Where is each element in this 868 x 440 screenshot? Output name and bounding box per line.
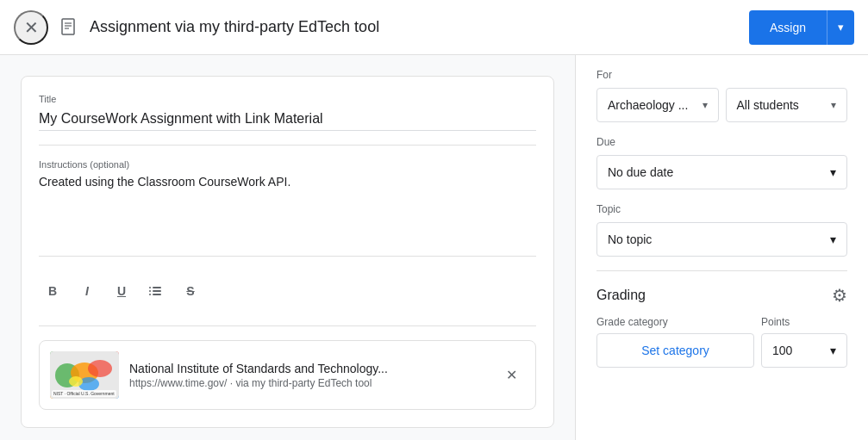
grade-category-col: Grade category Set category	[596, 316, 754, 368]
title-input[interactable]	[39, 108, 536, 131]
topic-value: No topic	[608, 232, 652, 246]
due-label: Due	[596, 136, 847, 148]
link-thumbnail: NIST · Official U.S. Government	[50, 351, 119, 399]
students-value: All students	[737, 98, 799, 112]
students-select[interactable]: All students ▾	[726, 88, 848, 122]
title-label: Title	[39, 94, 536, 104]
class-select[interactable]: Archaeology ... ▾	[596, 88, 719, 122]
grade-row: Grade category Set category Points 100 ▾	[596, 316, 847, 368]
svg-rect-4	[149, 287, 151, 288]
assign-button-group: Assign ▾	[749, 10, 854, 45]
close-button[interactable]: ✕	[14, 10, 48, 45]
link-title: National Institute of Standards and Tech…	[129, 362, 487, 375]
assign-dropdown-icon: ▾	[838, 21, 844, 34]
grading-divider	[596, 270, 847, 271]
svg-rect-6	[149, 290, 151, 292]
bold-button[interactable]: B	[39, 277, 66, 305]
main-content: Title Instructions (optional) Created us…	[0, 55, 868, 440]
svg-rect-8	[149, 294, 151, 295]
due-value: No due date	[608, 165, 673, 179]
title-section: Title	[39, 94, 536, 131]
grade-category-label: Grade category	[596, 316, 754, 328]
grading-header: Grading ⚙	[596, 285, 847, 306]
svg-rect-5	[153, 287, 161, 288]
title-divider	[39, 145, 536, 146]
assign-dropdown-button[interactable]: ▾	[827, 10, 854, 45]
right-panel: For Archaeology ... ▾ All students ▾ Due…	[575, 55, 868, 440]
grading-title: Grading	[596, 288, 646, 303]
points-chevron: ▾	[830, 344, 836, 357]
for-select-row: Archaeology ... ▾ All students ▾	[596, 88, 847, 122]
link-remove-button[interactable]: ✕	[497, 362, 525, 389]
strikethrough-button[interactable]: S	[177, 277, 204, 305]
students-chevron: ▾	[831, 99, 836, 111]
svg-rect-9	[153, 294, 161, 295]
link-info: National Institute of Standards and Tech…	[129, 362, 487, 389]
due-date-select[interactable]: No due date ▾	[596, 155, 847, 189]
set-category-button[interactable]: Set category	[596, 333, 754, 368]
svg-point-13	[88, 360, 112, 377]
link-card: NIST · Official U.S. Government National…	[39, 340, 536, 410]
page-title: Assignment via my third-party EdTech too…	[90, 18, 749, 36]
link-url: https://www.time.gov/ · via my third-par…	[129, 377, 487, 389]
svg-point-15	[69, 376, 83, 387]
class-value: Archaeology ...	[608, 98, 688, 112]
topbar: ✕ Assignment via my third-party EdTech t…	[0, 0, 868, 55]
underline-button[interactable]: U	[108, 277, 135, 305]
doc-icon	[55, 14, 83, 41]
list-button[interactable]	[142, 277, 170, 305]
points-col: Points 100 ▾	[761, 316, 847, 368]
italic-button[interactable]: I	[73, 277, 101, 305]
left-panel: Title Instructions (optional) Created us…	[0, 55, 575, 440]
close-icon: ✕	[24, 17, 39, 38]
topic-chevron: ▾	[830, 232, 836, 246]
for-label: For	[596, 69, 847, 81]
points-value: 100	[772, 344, 792, 357]
instructions-label: Instructions (optional)	[39, 159, 536, 170]
link-divider	[39, 325, 536, 326]
due-chevron: ▾	[830, 165, 836, 179]
instructions-text[interactable]: Created using the Classroom CourseWork A…	[39, 173, 536, 242]
points-select[interactable]: 100 ▾	[761, 333, 847, 368]
topic-label: Topic	[596, 203, 847, 215]
class-chevron: ▾	[703, 99, 708, 111]
gear-icon[interactable]: ⚙	[832, 285, 847, 306]
points-label: Points	[761, 316, 847, 328]
topic-select[interactable]: No topic ▾	[596, 222, 847, 257]
toolbar-divider	[39, 256, 536, 257]
link-remove-icon: ✕	[506, 367, 517, 383]
formatting-toolbar: B I U S	[39, 270, 536, 312]
assignment-card: Title Instructions (optional) Created us…	[21, 76, 554, 428]
assign-button[interactable]: Assign	[749, 10, 827, 45]
svg-rect-0	[62, 19, 74, 34]
instructions-section: Instructions (optional) Created using th…	[39, 159, 536, 242]
svg-rect-7	[153, 290, 161, 292]
